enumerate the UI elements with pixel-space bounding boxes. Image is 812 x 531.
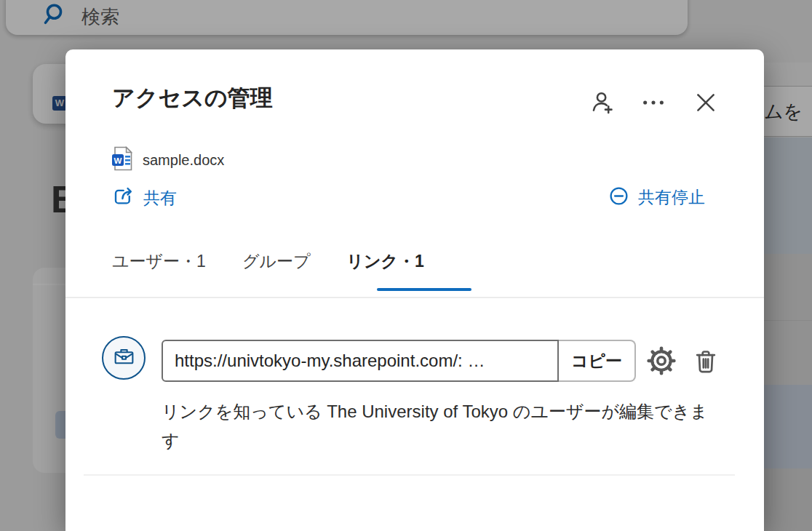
copy-link-button[interactable]: コピー xyxy=(559,340,636,382)
more-icon xyxy=(641,106,666,117)
manage-access-dialog: アクセスの管理 xyxy=(65,49,764,531)
stop-sharing-label: 共有停止 xyxy=(638,186,705,209)
tab-bar-divider xyxy=(65,297,764,298)
share-button[interactable]: 共有 xyxy=(112,185,177,210)
gear-icon xyxy=(646,367,677,378)
word-file-icon: W xyxy=(112,146,134,174)
delete-link-button[interactable] xyxy=(691,347,720,376)
tab-users[interactable]: ユーザー・1 xyxy=(112,250,206,286)
close-icon xyxy=(693,106,718,117)
tab-groups[interactable]: グループ xyxy=(242,250,311,286)
link-settings-button[interactable] xyxy=(646,346,677,376)
add-person-button[interactable] xyxy=(589,90,616,116)
file-name: sample.docx xyxy=(143,152,224,169)
link-url-input[interactable]: https://univtokyo-my.sharepoint.com/: … xyxy=(162,340,559,382)
stop-sharing-button[interactable]: 共有停止 xyxy=(608,185,705,209)
svg-text:W: W xyxy=(114,156,122,165)
link-type-badge xyxy=(102,336,146,380)
share-icon xyxy=(112,185,134,210)
tab-links[interactable]: リンク・1 xyxy=(347,250,424,286)
section-divider xyxy=(84,474,735,476)
share-label: 共有 xyxy=(143,187,177,209)
minus-circle-icon xyxy=(608,185,629,209)
link-permission-description: リンクを知っている The University of Tokyo のユーザーが… xyxy=(162,397,720,455)
add-person-icon xyxy=(590,106,615,117)
dialog-title: アクセスの管理 xyxy=(112,83,273,113)
more-options-button[interactable] xyxy=(640,90,666,116)
file-row: W sample.docx xyxy=(112,146,224,174)
briefcase-icon xyxy=(112,345,136,372)
tab-bar: ユーザー・1 グループ リンク・1 xyxy=(112,250,424,286)
close-button[interactable] xyxy=(693,90,719,116)
trash-icon xyxy=(692,366,720,377)
active-tab-indicator xyxy=(377,288,471,291)
